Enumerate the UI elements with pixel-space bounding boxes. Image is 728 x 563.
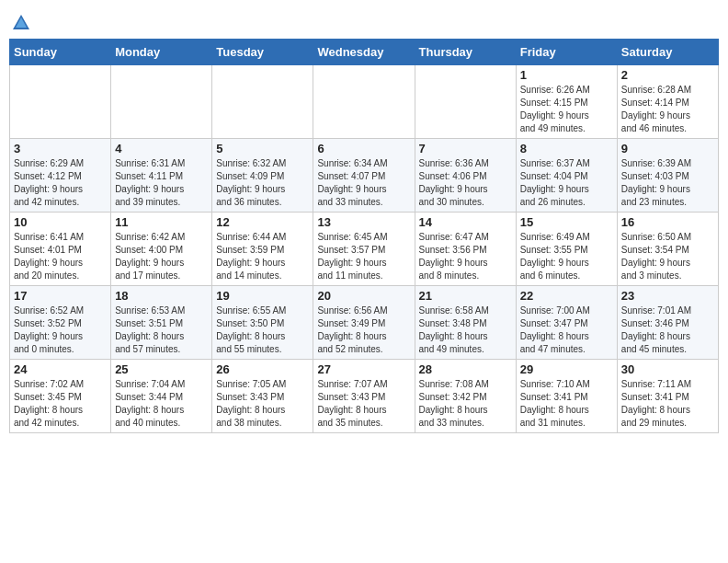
day-number: 9	[621, 142, 714, 155]
calendar-day-empty	[212, 65, 313, 139]
calendar-day-empty	[313, 65, 415, 139]
day-number: 15	[520, 215, 613, 229]
calendar-day-10: 10Sunrise: 6:41 AM Sunset: 4:01 PM Dayli…	[10, 213, 111, 286]
col-header-saturday: Saturday	[617, 40, 718, 65]
day-number: 18	[115, 289, 208, 303]
day-info: Sunrise: 6:44 AM Sunset: 3:59 PM Dayligh…	[216, 231, 309, 282]
day-number: 8	[520, 142, 613, 155]
calendar-day-2: 2Sunrise: 6:28 AM Sunset: 4:14 PM Daylig…	[617, 65, 718, 139]
day-number: 26	[216, 362, 309, 376]
calendar-day-4: 4Sunrise: 6:31 AM Sunset: 4:11 PM Daylig…	[111, 139, 212, 213]
day-info: Sunrise: 6:56 AM Sunset: 3:49 PM Dayligh…	[317, 304, 410, 356]
day-info: Sunrise: 7:05 AM Sunset: 3:43 PM Dayligh…	[216, 378, 309, 430]
day-number: 11	[115, 215, 208, 229]
calendar-day-25: 25Sunrise: 7:04 AM Sunset: 3:44 PM Dayli…	[111, 360, 212, 433]
day-number: 5	[216, 142, 309, 155]
col-header-wednesday: Wednesday	[313, 40, 415, 65]
day-info: Sunrise: 6:49 AM Sunset: 3:55 PM Dayligh…	[520, 231, 613, 282]
calendar-day-11: 11Sunrise: 6:42 AM Sunset: 4:00 PM Dayli…	[111, 213, 212, 286]
calendar-week-3: 10Sunrise: 6:41 AM Sunset: 4:01 PM Dayli…	[10, 213, 719, 286]
day-info: Sunrise: 6:29 AM Sunset: 4:12 PM Dayligh…	[14, 157, 107, 209]
calendar-day-19: 19Sunrise: 6:55 AM Sunset: 3:50 PM Dayli…	[212, 286, 313, 360]
day-info: Sunrise: 7:11 AM Sunset: 3:41 PM Dayligh…	[621, 378, 714, 430]
day-number: 3	[14, 142, 107, 155]
calendar-week-5: 24Sunrise: 7:02 AM Sunset: 3:45 PM Dayli…	[10, 360, 719, 433]
calendar-day-27: 27Sunrise: 7:07 AM Sunset: 3:43 PM Dayli…	[313, 360, 415, 433]
day-number: 24	[14, 362, 107, 376]
day-number: 4	[115, 142, 208, 155]
col-header-thursday: Thursday	[415, 40, 516, 65]
day-number: 13	[317, 215, 410, 229]
calendar-day-empty	[415, 65, 516, 139]
day-number: 6	[317, 142, 410, 155]
day-number: 2	[621, 68, 714, 82]
day-number: 16	[621, 215, 714, 229]
calendar-day-24: 24Sunrise: 7:02 AM Sunset: 3:45 PM Dayli…	[10, 360, 111, 433]
day-number: 23	[621, 289, 714, 303]
day-number: 30	[621, 362, 714, 376]
day-info: Sunrise: 6:50 AM Sunset: 3:54 PM Dayligh…	[621, 231, 714, 282]
day-number: 27	[317, 362, 410, 376]
calendar-day-23: 23Sunrise: 7:01 AM Sunset: 3:46 PM Dayli…	[617, 286, 718, 360]
calendar-day-1: 1Sunrise: 6:26 AM Sunset: 4:15 PM Daylig…	[516, 65, 617, 139]
calendar-day-empty	[111, 65, 212, 139]
day-info: Sunrise: 6:37 AM Sunset: 4:04 PM Dayligh…	[520, 157, 613, 209]
day-info: Sunrise: 6:39 AM Sunset: 4:03 PM Dayligh…	[621, 157, 714, 209]
day-number: 21	[419, 289, 512, 303]
day-number: 1	[520, 68, 613, 82]
day-info: Sunrise: 7:07 AM Sunset: 3:43 PM Dayligh…	[317, 378, 410, 430]
calendar-week-2: 3Sunrise: 6:29 AM Sunset: 4:12 PM Daylig…	[10, 139, 719, 213]
calendar-day-7: 7Sunrise: 6:36 AM Sunset: 4:06 PM Daylig…	[415, 139, 516, 213]
calendar-day-empty	[10, 65, 111, 139]
day-info: Sunrise: 6:47 AM Sunset: 3:56 PM Dayligh…	[419, 231, 512, 282]
day-info: Sunrise: 6:55 AM Sunset: 3:50 PM Dayligh…	[216, 304, 309, 356]
calendar-day-16: 16Sunrise: 6:50 AM Sunset: 3:54 PM Dayli…	[617, 213, 718, 286]
day-info: Sunrise: 6:45 AM Sunset: 3:57 PM Dayligh…	[317, 231, 410, 282]
day-info: Sunrise: 6:32 AM Sunset: 4:09 PM Dayligh…	[216, 157, 309, 209]
day-info: Sunrise: 6:28 AM Sunset: 4:14 PM Dayligh…	[621, 84, 714, 135]
calendar-day-28: 28Sunrise: 7:08 AM Sunset: 3:42 PM Dayli…	[415, 360, 516, 433]
day-info: Sunrise: 7:02 AM Sunset: 3:45 PM Dayligh…	[14, 378, 107, 430]
logo	[9, 13, 31, 33]
calendar-day-17: 17Sunrise: 6:52 AM Sunset: 3:52 PM Dayli…	[10, 286, 111, 360]
day-info: Sunrise: 6:58 AM Sunset: 3:48 PM Dayligh…	[419, 304, 512, 356]
calendar-day-13: 13Sunrise: 6:45 AM Sunset: 3:57 PM Dayli…	[313, 213, 415, 286]
day-number: 14	[419, 215, 512, 229]
calendar-day-20: 20Sunrise: 6:56 AM Sunset: 3:49 PM Dayli…	[313, 286, 415, 360]
calendar-day-9: 9Sunrise: 6:39 AM Sunset: 4:03 PM Daylig…	[617, 139, 718, 213]
day-number: 12	[216, 215, 309, 229]
col-header-monday: Monday	[111, 40, 212, 65]
day-info: Sunrise: 7:01 AM Sunset: 3:46 PM Dayligh…	[621, 304, 714, 356]
calendar-day-14: 14Sunrise: 6:47 AM Sunset: 3:56 PM Dayli…	[415, 213, 516, 286]
calendar-table: SundayMondayTuesdayWednesdayThursdayFrid…	[9, 39, 719, 433]
calendar-day-29: 29Sunrise: 7:10 AM Sunset: 3:41 PM Dayli…	[516, 360, 617, 433]
day-number: 22	[520, 289, 613, 303]
calendar-day-22: 22Sunrise: 7:00 AM Sunset: 3:47 PM Dayli…	[516, 286, 617, 360]
calendar-day-21: 21Sunrise: 6:58 AM Sunset: 3:48 PM Dayli…	[415, 286, 516, 360]
logo-icon	[11, 13, 31, 33]
day-number: 25	[115, 362, 208, 376]
day-info: Sunrise: 7:04 AM Sunset: 3:44 PM Dayligh…	[115, 378, 208, 430]
calendar-header-row: SundayMondayTuesdayWednesdayThursdayFrid…	[10, 40, 719, 65]
day-info: Sunrise: 7:10 AM Sunset: 3:41 PM Dayligh…	[520, 378, 613, 430]
day-info: Sunrise: 6:52 AM Sunset: 3:52 PM Dayligh…	[14, 304, 107, 356]
col-header-friday: Friday	[516, 40, 617, 65]
col-header-tuesday: Tuesday	[212, 40, 313, 65]
calendar-day-12: 12Sunrise: 6:44 AM Sunset: 3:59 PM Dayli…	[212, 213, 313, 286]
day-info: Sunrise: 7:08 AM Sunset: 3:42 PM Dayligh…	[419, 378, 512, 430]
calendar-day-15: 15Sunrise: 6:49 AM Sunset: 3:55 PM Dayli…	[516, 213, 617, 286]
calendar-week-4: 17Sunrise: 6:52 AM Sunset: 3:52 PM Dayli…	[10, 286, 719, 360]
day-number: 20	[317, 289, 410, 303]
calendar-day-30: 30Sunrise: 7:11 AM Sunset: 3:41 PM Dayli…	[617, 360, 718, 433]
day-number: 7	[419, 142, 512, 155]
page-header	[9, 9, 719, 33]
day-info: Sunrise: 6:42 AM Sunset: 4:00 PM Dayligh…	[115, 231, 208, 282]
day-info: Sunrise: 6:31 AM Sunset: 4:11 PM Dayligh…	[115, 157, 208, 209]
day-number: 17	[14, 289, 107, 303]
calendar-day-5: 5Sunrise: 6:32 AM Sunset: 4:09 PM Daylig…	[212, 139, 313, 213]
day-number: 19	[216, 289, 309, 303]
day-info: Sunrise: 6:34 AM Sunset: 4:07 PM Dayligh…	[317, 157, 410, 209]
day-info: Sunrise: 7:00 AM Sunset: 3:47 PM Dayligh…	[520, 304, 613, 356]
calendar-week-1: 1Sunrise: 6:26 AM Sunset: 4:15 PM Daylig…	[10, 65, 719, 139]
day-info: Sunrise: 6:36 AM Sunset: 4:06 PM Dayligh…	[419, 157, 512, 209]
